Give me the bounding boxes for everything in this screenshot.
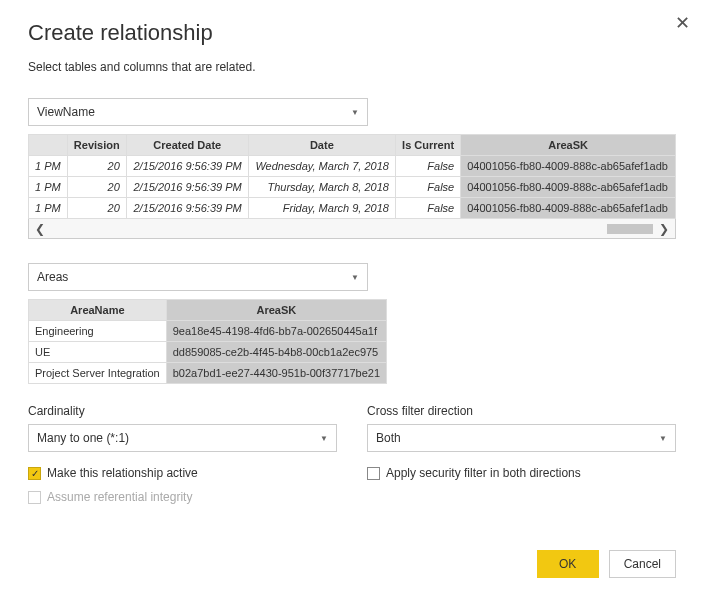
cardinality-dropdown[interactable]: Many to one (*:1) ▼ (28, 424, 337, 452)
secondary-table-preview[interactable]: AreaName AreaSK Engineering 9ea18e45-419… (28, 299, 387, 384)
crossfilter-dropdown[interactable]: Both ▼ (367, 424, 676, 452)
secondary-table-dropdown[interactable]: Areas ▼ (28, 263, 368, 291)
col-created[interactable]: Created Date (126, 135, 248, 156)
security-checkbox-label: Apply security filter in both directions (386, 466, 581, 480)
referential-checkbox (28, 491, 41, 504)
table-row[interactable]: 1 PM 20 2/15/2016 9:56:39 PM Thursday, M… (29, 177, 676, 198)
security-checkbox[interactable] (367, 467, 380, 480)
referential-checkbox-label: Assume referential integrity (47, 490, 192, 504)
col-date[interactable]: Date (248, 135, 395, 156)
cardinality-label: Cardinality (28, 404, 337, 418)
horizontal-scrollbar[interactable]: ❮ ❯ (28, 219, 676, 239)
chevron-down-icon: ▼ (320, 434, 328, 443)
table-row[interactable]: 1 PM 20 2/15/2016 9:56:39 PM Wednesday, … (29, 156, 676, 177)
chevron-down-icon: ▼ (659, 434, 667, 443)
primary-table-preview[interactable]: Revision Created Date Date Is Current Ar… (28, 134, 676, 219)
chevron-down-icon: ▼ (351, 273, 359, 282)
col-areask[interactable]: AreaSK (461, 135, 676, 156)
cancel-button[interactable]: Cancel (609, 550, 676, 578)
active-checkbox[interactable] (28, 467, 41, 480)
table-row[interactable]: 1 PM 20 2/15/2016 9:56:39 PM Friday, Mar… (29, 198, 676, 219)
dialog-subtitle: Select tables and columns that are relat… (28, 60, 676, 74)
chevron-down-icon: ▼ (351, 108, 359, 117)
crossfilter-value: Both (376, 431, 401, 445)
close-button[interactable]: ✕ (675, 12, 690, 34)
cardinality-value: Many to one (*:1) (37, 431, 129, 445)
chevron-right-icon[interactable]: ❯ (659, 222, 669, 236)
chevron-left-icon[interactable]: ❮ (35, 222, 45, 236)
col-iscurrent[interactable]: Is Current (395, 135, 460, 156)
col-revision[interactable]: Revision (67, 135, 126, 156)
primary-table-dropdown[interactable]: ViewName ▼ (28, 98, 368, 126)
col-areaname[interactable]: AreaName (29, 300, 167, 321)
table-row[interactable]: Project Server Integration b02a7bd1-ee27… (29, 363, 387, 384)
table-row[interactable]: UE dd859085-ce2b-4f45-b4b8-00cb1a2ec975 (29, 342, 387, 363)
table-row[interactable]: Engineering 9ea18e45-4198-4fd6-bb7a-0026… (29, 321, 387, 342)
crossfilter-label: Cross filter direction (367, 404, 676, 418)
active-checkbox-label: Make this relationship active (47, 466, 198, 480)
dialog-title: Create relationship (28, 20, 676, 46)
check-icon (31, 468, 39, 479)
scrollbar-thumb[interactable] (607, 224, 653, 234)
primary-table-selected: ViewName (37, 105, 95, 119)
col-areask2[interactable]: AreaSK (166, 300, 386, 321)
ok-button[interactable]: OK (537, 550, 599, 578)
secondary-table-selected: Areas (37, 270, 68, 284)
